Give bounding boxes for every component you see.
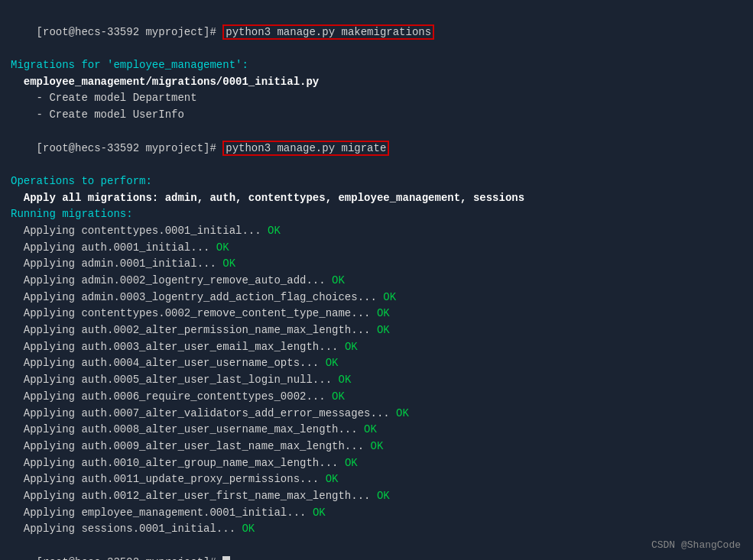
applying-12: Applying auth.0007_alter_validators_add_… — [11, 406, 742, 422]
applying-11: Applying auth.0006_require_contenttypes_… — [11, 389, 742, 406]
applying-6: Applying contenttypes.0002_remove_conten… — [11, 306, 742, 322]
applying-17: Applying auth.0012_alter_user_first_name… — [11, 488, 742, 505]
prompt-1: [root@hecs-33592 myproject]# — [37, 26, 223, 38]
applying-13: Applying auth.0008_alter_user_username_m… — [11, 422, 742, 439]
watermark: CSDN @ShangCode — [651, 539, 741, 551]
terminal-window: [root@hecs-33592 myproject]# python3 man… — [0, 0, 753, 560]
line-9: Running migrations: — [11, 206, 742, 223]
cursor — [222, 556, 230, 560]
cmd-migrate: python3 manage.py migrate — [222, 141, 389, 156]
line-3: employee_management/migrations/0001_init… — [11, 74, 742, 91]
applying-9: Applying auth.0004_alter_user_username_o… — [11, 355, 742, 372]
applying-3: Applying admin.0001_initial... OK — [11, 256, 742, 273]
line-1: [root@hecs-33592 myproject]# python3 man… — [11, 8, 742, 57]
cmd-makemigrations: python3 manage.py makemigrations — [222, 24, 434, 40]
applying-14: Applying auth.0009_alter_user_last_name_… — [11, 439, 742, 455]
line-4: - Create model Department — [11, 90, 742, 107]
applying-5: Applying admin.0003_logentry_add_action_… — [11, 290, 742, 306]
line-7: Operations to perform: — [11, 173, 742, 190]
applying-19: Applying sessions.0001_initial... OK — [11, 521, 742, 538]
final-prompt: [root@hecs-33592 myproject]# — [11, 538, 742, 560]
line-8: Apply all migrations: admin, auth, conte… — [11, 190, 742, 207]
line-5: - Create model UserInfo — [11, 107, 742, 124]
applying-8: Applying auth.0003_alter_user_email_max_… — [11, 339, 742, 356]
line-6: [root@hecs-33592 myproject]# python3 man… — [11, 124, 742, 173]
line-2: Migrations for 'employee_management': — [11, 57, 742, 74]
applying-4: Applying admin.0002_logentry_remove_auto… — [11, 273, 742, 290]
applying-18: Applying employee_management.0001_initia… — [11, 505, 742, 522]
prompt-2: [root@hecs-33592 myproject]# — [37, 142, 223, 154]
applying-2: Applying auth.0001_initial... OK — [11, 240, 742, 257]
applying-10: Applying auth.0005_alter_user_last_login… — [11, 372, 742, 389]
prompt-3: [root@hecs-33592 myproject]# — [37, 556, 223, 560]
applying-1: Applying contenttypes.0001_initial... OK — [11, 223, 742, 240]
applying-7: Applying auth.0002_alter_permission_name… — [11, 322, 742, 339]
applying-16: Applying auth.0011_update_proxy_permissi… — [11, 471, 742, 488]
applying-15: Applying auth.0010_alter_group_name_max_… — [11, 455, 742, 472]
